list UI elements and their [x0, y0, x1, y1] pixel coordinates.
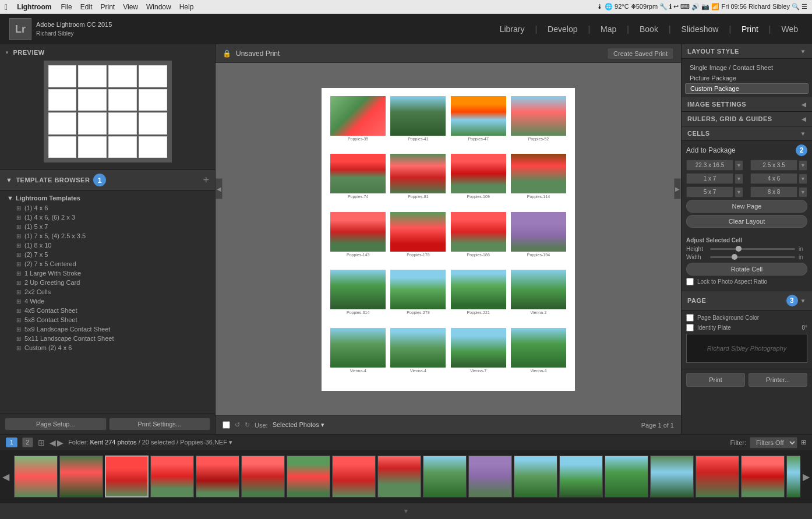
- layout-single-image[interactable]: Single Image / Contact Sheet: [685, 62, 809, 73]
- image-settings-header[interactable]: Image Settings ◀: [682, 97, 812, 112]
- filter-dropdown[interactable]: Filters Off: [750, 437, 797, 449]
- add-template-button[interactable]: +: [203, 174, 209, 186]
- template-item[interactable]: ⊞ 5x9 Landscape Contact Sheet: [0, 324, 215, 334]
- photo-cell[interactable]: Vienna-4: [390, 328, 446, 383]
- new-page-button[interactable]: New Page: [686, 200, 807, 213]
- film-thumb[interactable]: [150, 456, 194, 497]
- rulers-header[interactable]: Rulers, Grid & Guides ◀: [682, 112, 812, 126]
- size-dropdown-4x6[interactable]: ▼: [799, 174, 807, 184]
- layout-picture-package[interactable]: Picture Package: [685, 73, 809, 83]
- template-item[interactable]: ⊞ (1) 5 x 7: [0, 222, 215, 231]
- nav-develop[interactable]: Develop: [543, 23, 582, 35]
- size-btn-2x3[interactable]: 2.5 x 3.5: [750, 160, 797, 171]
- nav-print[interactable]: Print: [737, 23, 763, 35]
- layout-custom-package[interactable]: Custom Package: [685, 83, 809, 94]
- apple-menu[interactable]: : [5, 2, 8, 12]
- film-thumb[interactable]: [650, 456, 694, 497]
- clear-layout-button[interactable]: Clear Layout: [686, 215, 807, 228]
- identity-plate-checkbox[interactable]: [686, 324, 694, 331]
- size-dropdown-8x8[interactable]: ▼: [799, 187, 807, 197]
- folder-name[interactable]: Kent: [90, 439, 103, 446]
- template-item[interactable]: ⊞ (1) 8 x 10: [0, 241, 215, 250]
- film-thumb[interactable]: [377, 456, 421, 497]
- photo-cell[interactable]: Poppies-109: [450, 154, 507, 209]
- menu-view[interactable]: View: [123, 3, 138, 11]
- size-btn-1x7[interactable]: 1 x 7: [686, 173, 733, 184]
- left-panel-collapse-arrow[interactable]: ◀: [216, 178, 223, 199]
- right-panel-collapse-arrow[interactable]: ▶: [674, 178, 681, 199]
- photo-cell[interactable]: Poppies-114: [510, 154, 567, 209]
- template-item[interactable]: ⊞ (2) 7 x 5 Centered: [0, 259, 215, 269]
- height-slider[interactable]: [710, 248, 795, 250]
- filmstrip-tab-1[interactable]: 1: [6, 437, 17, 447]
- forward-icon[interactable]: ↻: [245, 421, 250, 429]
- print-settings-button[interactable]: Print Settings...: [109, 418, 211, 430]
- photo-cell[interactable]: Poppies-41: [390, 96, 446, 151]
- expand-down-arrow[interactable]: ▼: [403, 508, 409, 514]
- page-bg-color-checkbox[interactable]: [686, 314, 694, 322]
- template-item[interactable]: ⊞ (1) 4 x 6, (6) 2 x 3: [0, 213, 215, 222]
- template-item[interactable]: ⊞ (1) 4 x 6: [0, 203, 215, 213]
- create-saved-print-button[interactable]: Create Saved Print: [607, 48, 674, 59]
- film-thumb[interactable]: [514, 456, 557, 497]
- template-item[interactable]: ⊞ Custom (2) 4 x 6: [0, 343, 215, 352]
- film-thumb[interactable]: [14, 456, 58, 497]
- template-item[interactable]: ⊞ 2x2 Cells: [0, 287, 215, 296]
- nav-slideshow[interactable]: Slideshow: [677, 23, 723, 35]
- film-thumb[interactable]: [605, 456, 648, 497]
- photo-cell[interactable]: Vienna-2: [510, 270, 567, 324]
- template-item[interactable]: ⊞ 4x5 Contact Sheet: [0, 306, 215, 315]
- film-thumb[interactable]: [105, 456, 149, 497]
- template-item[interactable]: ⊞ 5x8 Contact Sheet: [0, 315, 215, 324]
- photo-cell[interactable]: Poppies-314: [330, 270, 386, 324]
- film-thumb[interactable]: [741, 456, 785, 497]
- film-thumb[interactable]: [468, 456, 512, 497]
- use-value[interactable]: Selected Photos ▾: [273, 421, 324, 429]
- menu-file[interactable]: File: [61, 3, 72, 11]
- photo-cell[interactable]: Poppies-221: [450, 270, 507, 324]
- template-item[interactable]: ⊞ (2) 7 x 5: [0, 250, 215, 259]
- menu-print[interactable]: Print: [100, 3, 115, 11]
- film-thumb[interactable]: [196, 456, 239, 497]
- nav-book[interactable]: Book: [635, 23, 663, 35]
- template-item[interactable]: ⊞ (1) 7 x 5, (4) 2.5 x 3.5: [0, 231, 215, 241]
- nav-web[interactable]: Web: [776, 23, 803, 35]
- cycle-icon[interactable]: ↺: [235, 421, 240, 429]
- lock-aspect-ratio-checkbox[interactable]: [686, 278, 694, 285]
- film-thumb[interactable]: [59, 456, 103, 497]
- size-dropdown-5x7[interactable]: ▼: [735, 187, 743, 197]
- film-thumb[interactable]: [786, 456, 800, 497]
- size-dropdown-2x3[interactable]: ▼: [799, 160, 807, 171]
- select-checkbox[interactable]: [223, 421, 230, 429]
- film-thumb[interactable]: [287, 456, 330, 497]
- photo-cell[interactable]: Vienna-4: [330, 328, 386, 383]
- photo-cell[interactable]: Poppies-186: [450, 212, 507, 267]
- film-thumb[interactable]: [696, 456, 739, 497]
- page-header[interactable]: Page 3 ▼: [682, 291, 812, 310]
- layout-style-header[interactable]: Layout Style ▼: [682, 44, 812, 59]
- photo-cell[interactable]: Poppies-47: [450, 96, 507, 151]
- film-thumb[interactable]: [241, 456, 285, 497]
- template-item[interactable]: ⊞ 1 Large With Stroke: [0, 269, 215, 278]
- template-item[interactable]: ⊞ 2 Up Greeting Card: [0, 278, 215, 287]
- photo-cell[interactable]: Poppies-178: [390, 212, 446, 267]
- prev-arrow[interactable]: ◀: [50, 438, 56, 447]
- filmstrip-tab-2[interactable]: 2: [22, 437, 34, 447]
- size-dropdown-22x16[interactable]: ▼: [735, 160, 743, 171]
- page-setup-button[interactable]: Page Setup...: [5, 418, 107, 430]
- grid-icon[interactable]: ⊞: [38, 438, 45, 447]
- size-btn-5x7[interactable]: 5 x 7: [686, 186, 733, 197]
- photo-cell[interactable]: Poppies-143: [330, 212, 386, 267]
- menu-help[interactable]: Help: [179, 3, 194, 11]
- cells-header[interactable]: Cells ▼: [682, 126, 812, 141]
- photo-cell[interactable]: Vienna-4: [510, 328, 567, 383]
- filmstrip-right-arrow[interactable]: ▶: [800, 469, 812, 485]
- template-group-header[interactable]: ▼ Lightroom Templates: [0, 193, 215, 203]
- film-thumb[interactable]: [559, 456, 603, 497]
- print-canvas-area[interactable]: Poppies-35 Poppies-41 Poppies-47 Poppies…: [216, 63, 681, 415]
- rotate-cell-button[interactable]: Rotate Cell: [686, 263, 807, 276]
- nav-library[interactable]: Library: [495, 23, 529, 35]
- photo-cell[interactable]: Vienna-7: [450, 328, 507, 383]
- film-thumb[interactable]: [423, 456, 467, 497]
- menu-edit[interactable]: Edit: [80, 3, 93, 11]
